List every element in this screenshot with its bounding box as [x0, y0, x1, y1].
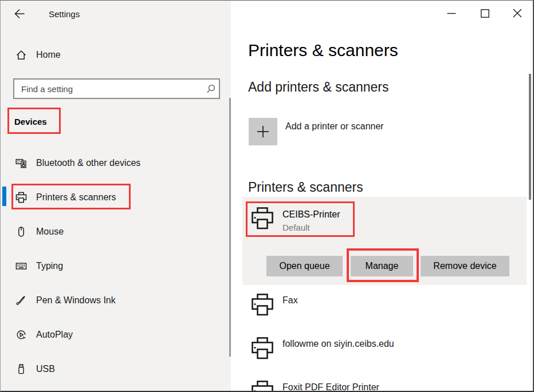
- printer-row-selected[interactable]: CEIBS-Printer Default Open queue Manage …: [242, 197, 527, 285]
- bluetooth-devices-icon: [15, 157, 27, 169]
- minimize-icon: [447, 13, 456, 14]
- devices-section-label: Devices: [14, 117, 47, 126]
- sidebar-item-label: Typing: [36, 261, 63, 271]
- minimize-button[interactable]: [442, 5, 461, 21]
- printer-row[interactable]: Foxit PDF Editor Printer: [251, 380, 503, 392]
- maximize-button[interactable]: [475, 5, 494, 21]
- printer-icon: [251, 207, 274, 231]
- content-scrollbar[interactable]: [529, 74, 531, 200]
- printer-row[interactable]: followme on siyin.ceibs.edu: [251, 336, 503, 363]
- remove-device-button[interactable]: Remove device: [421, 256, 509, 276]
- sidebar-item-label: USB: [36, 364, 55, 374]
- mouse-icon: [15, 226, 27, 237]
- search-box: [13, 78, 220, 99]
- keyboard-icon: [15, 260, 27, 272]
- sidebar: Settings Home Devices: [1, 1, 231, 391]
- search-input[interactable]: [14, 84, 203, 94]
- printer-row[interactable]: Fax: [251, 293, 503, 319]
- maximize-icon: [481, 9, 489, 18]
- printer-icon: [15, 192, 27, 203]
- sidebar-item-label: Home: [36, 50, 61, 60]
- close-button[interactable]: [508, 5, 527, 21]
- printer-name: Fax: [282, 295, 298, 306]
- autoplay-icon: [15, 329, 27, 340]
- sidebar-item-label: Pen & Windows Ink: [36, 295, 116, 306]
- sidebar-item-printers[interactable]: Printers & scanners: [1, 187, 231, 208]
- add-tile: [249, 118, 277, 145]
- back-arrow-icon: [14, 9, 25, 19]
- search-icon: [203, 84, 219, 94]
- sidebar-item-home[interactable]: Home: [1, 45, 231, 65]
- sidebar-item-autoplay[interactable]: AutoPlay: [1, 324, 231, 345]
- add-printer-button[interactable]: Add a printer or scanner: [249, 118, 512, 145]
- sidebar-item-label: Printers & scanners: [36, 192, 116, 203]
- sidebar-item-typing[interactable]: Typing: [1, 256, 231, 276]
- plus-icon: [256, 125, 270, 138]
- usb-icon: [15, 363, 27, 375]
- sidebar-item-mouse[interactable]: Mouse: [1, 221, 231, 242]
- page-title: Printers & scanners: [248, 41, 398, 60]
- printers-section-heading: Printers & scanners: [248, 180, 363, 195]
- sidebar-item-label: Mouse: [36, 227, 64, 237]
- sidebar-item-usb[interactable]: USB: [1, 359, 231, 379]
- sidebar-item-label: Bluetooth & other devices: [36, 158, 140, 168]
- window-title: Settings: [49, 9, 80, 19]
- sidebar-item-bluetooth[interactable]: Bluetooth & other devices: [1, 153, 231, 173]
- home-icon: [15, 49, 27, 61]
- printer-name: Foxit PDF Editor Printer: [282, 382, 379, 392]
- printer-status: Default: [282, 223, 310, 232]
- manage-button[interactable]: Manage: [351, 256, 413, 276]
- content-pane: Printers & scanners Add printers & scann…: [231, 1, 534, 391]
- printer-name: followme on siyin.ceibs.edu: [282, 339, 394, 349]
- settings-window: Settings Home Devices: [0, 0, 534, 392]
- sidebar-item-pen[interactable]: Pen & Windows Ink: [1, 290, 231, 311]
- sidebar-item-label: AutoPlay: [36, 330, 73, 340]
- back-button[interactable]: [11, 6, 28, 21]
- add-printer-label: Add a printer or scanner: [285, 121, 384, 132]
- add-section-heading: Add printers & scanners: [248, 80, 388, 95]
- printer-name: CEIBS-Printer: [282, 209, 340, 220]
- pen-icon: [15, 295, 27, 306]
- close-icon: [513, 9, 522, 18]
- selected-item-accent-bar: [2, 187, 6, 206]
- open-queue-button[interactable]: Open queue: [266, 256, 343, 276]
